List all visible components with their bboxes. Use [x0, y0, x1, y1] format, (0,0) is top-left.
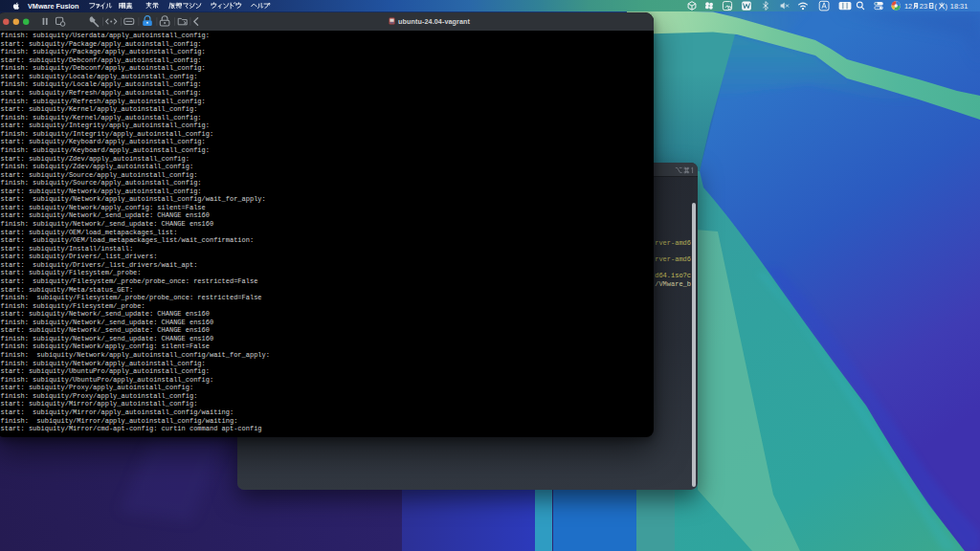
svg-text:18:31: 18:31: [950, 2, 969, 11]
svg-text:): ): [945, 2, 947, 11]
svg-text:VMware Fusion: VMware Fusion: [28, 2, 79, 11]
svg-text:23: 23: [920, 2, 927, 11]
svg-text:12: 12: [904, 2, 912, 11]
svg-text:(: (: [934, 2, 937, 11]
